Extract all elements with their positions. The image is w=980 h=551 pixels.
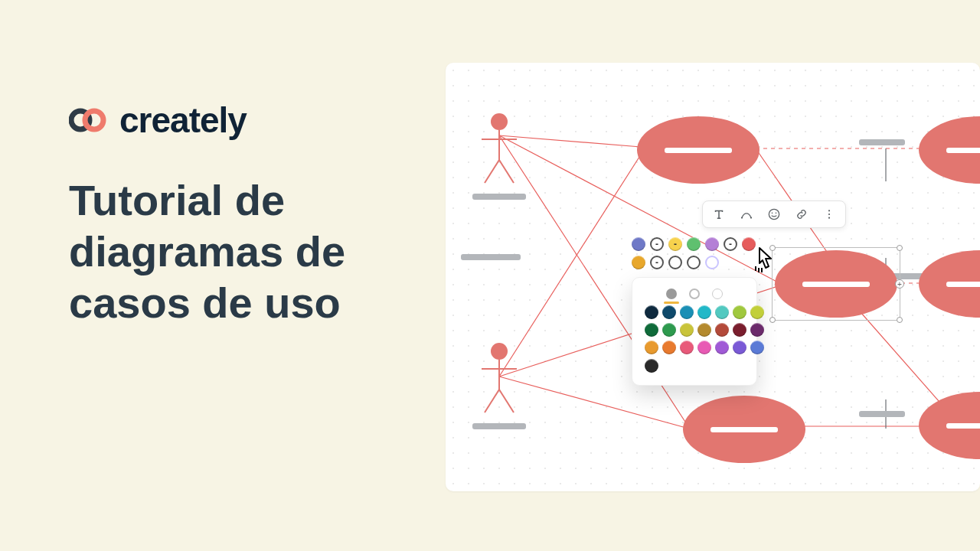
quick-color-swatch[interactable]: [632, 256, 645, 269]
palette-color-swatch[interactable]: [645, 341, 658, 354]
color-palette: [645, 305, 744, 354]
palette-color-swatch[interactable]: [680, 341, 694, 354]
more-tool-icon[interactable]: [821, 206, 838, 223]
color-panel-tabs: [645, 289, 744, 299]
link-tool-icon[interactable]: [793, 206, 810, 223]
svg-line-5: [485, 160, 499, 183]
quick-color-swatch[interactable]: [650, 237, 664, 251]
brand-logo: creately: [69, 99, 247, 141]
palette-color-swatch[interactable]: [697, 305, 711, 319]
quick-color-swatch[interactable]: [650, 256, 664, 269]
selection-box[interactable]: +: [772, 247, 900, 321]
svg-point-7: [491, 343, 508, 360]
palette-color-swatch[interactable]: [680, 305, 694, 319]
resize-handle[interactable]: [897, 245, 903, 251]
brand-mark-icon: [69, 107, 109, 133]
resize-handle[interactable]: [897, 317, 903, 323]
palette-color-swatch[interactable]: [662, 305, 676, 319]
palette-color-swatch[interactable]: [697, 323, 711, 337]
usecase-shape[interactable]: [637, 116, 760, 184]
shape-mini-toolbar: [702, 201, 846, 228]
text-tool-icon[interactable]: [710, 206, 727, 223]
actor-label: [472, 423, 526, 429]
actor-shape[interactable]: [472, 342, 526, 429]
color-picker-panel: [632, 277, 757, 386]
resize-handle[interactable]: [769, 317, 776, 323]
quick-color-swatch[interactable]: [724, 237, 737, 251]
svg-line-6: [499, 160, 514, 183]
quick-color-swatch[interactable]: [632, 237, 645, 251]
svg-point-2: [491, 113, 508, 130]
usecase-shape[interactable]: [683, 396, 805, 463]
svg-point-18: [828, 214, 830, 215]
palette-color-swatch[interactable]: [697, 341, 711, 354]
quick-color-swatch[interactable]: [668, 256, 682, 269]
color-swatch-extra[interactable]: [645, 359, 658, 373]
palette-color-swatch[interactable]: [715, 323, 729, 337]
quick-color-swatch[interactable]: [742, 237, 756, 251]
palette-color-swatch[interactable]: [715, 305, 729, 319]
shape-label: [461, 254, 521, 260]
svg-point-19: [828, 217, 830, 219]
quick-color-swatch[interactable]: [687, 256, 701, 269]
stroke-tab-icon[interactable]: [689, 289, 700, 299]
svg-line-11: [499, 390, 514, 412]
shape-label: [859, 139, 905, 145]
palette-color-swatch[interactable]: [680, 323, 694, 337]
palette-color-swatch[interactable]: [733, 341, 746, 354]
quick-color-row-2: [632, 256, 719, 269]
palette-color-swatch[interactable]: [733, 323, 746, 337]
actor-label: [472, 194, 526, 200]
svg-point-17: [828, 210, 830, 211]
brand-wordmark: creately: [119, 99, 247, 141]
fill-tab-icon[interactable]: [666, 289, 677, 299]
palette-color-swatch[interactable]: [645, 323, 658, 337]
connector-tool-icon[interactable]: [738, 206, 755, 223]
quick-color-swatch[interactable]: [705, 237, 719, 251]
quick-color-swatch[interactable]: [668, 237, 682, 251]
resize-handle[interactable]: [769, 245, 776, 251]
connect-handle[interactable]: +: [895, 279, 904, 289]
palette-color-swatch[interactable]: [750, 323, 764, 337]
palette-color-swatch[interactable]: [662, 341, 676, 354]
svg-point-15: [772, 213, 773, 214]
quick-color-swatch[interactable]: [705, 256, 719, 269]
palette-color-swatch[interactable]: [662, 323, 676, 337]
palette-color-swatch[interactable]: [750, 341, 764, 354]
palette-color-swatch[interactable]: [733, 305, 746, 319]
palette-color-swatch[interactable]: [715, 341, 729, 354]
svg-point-12: [741, 217, 743, 218]
page-title: Tutorial de diagramas de casos de uso: [69, 174, 421, 329]
svg-point-13: [750, 217, 752, 218]
actor-shape[interactable]: [472, 112, 526, 200]
quick-color-row-1: [632, 237, 756, 251]
shape-label: [859, 411, 905, 417]
text-tab-icon[interactable]: [712, 289, 723, 299]
quick-color-swatch[interactable]: [687, 237, 701, 251]
diagram-canvas[interactable]: +: [446, 63, 980, 491]
svg-point-14: [769, 209, 779, 219]
svg-point-16: [776, 213, 777, 214]
shape-tool-icon[interactable]: [766, 206, 782, 223]
palette-color-swatch[interactable]: [750, 305, 764, 319]
svg-line-10: [485, 390, 499, 412]
palette-color-swatch[interactable]: [645, 305, 658, 319]
